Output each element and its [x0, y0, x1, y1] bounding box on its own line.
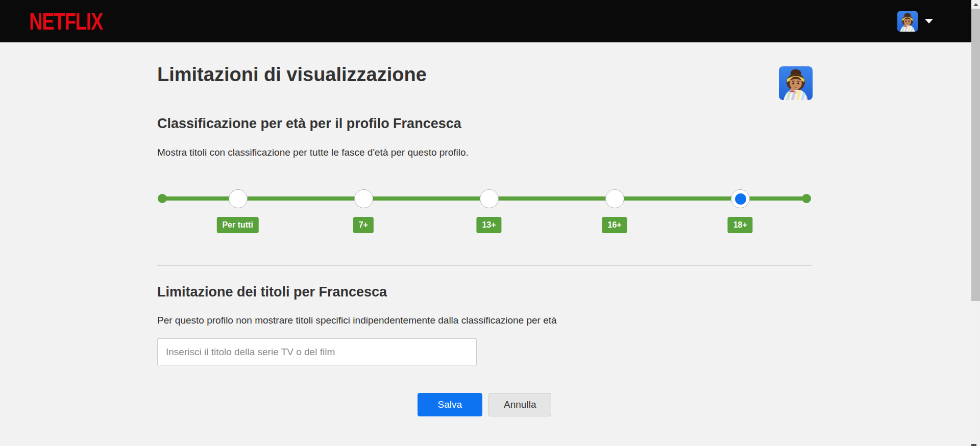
slider-stop-18+[interactable] [731, 189, 750, 208]
scrollbar-thumb[interactable] [971, 9, 980, 301]
slider-selected-dot [735, 193, 746, 205]
cancel-button[interactable]: Annulla [488, 393, 551, 416]
rating-badge-per-tutti: Per tutti [216, 217, 258, 233]
action-buttons-row: Salva Annulla [157, 393, 812, 416]
scrollbar-up-button[interactable] [971, 0, 980, 9]
slider-dot [483, 193, 495, 205]
chevron-down-icon[interactable] [925, 19, 933, 23]
slider-stop-16+[interactable] [605, 189, 624, 208]
slider-dot [609, 193, 621, 205]
maturity-section-description: Mostra titoli con classificazione per tu… [157, 147, 469, 158]
scrollbar-bottom-notch [971, 444, 976, 446]
profile-avatar-icon[interactable] [897, 11, 918, 32]
maturity-section-heading: Classificazione per età per il profilo F… [157, 116, 461, 132]
account-menu[interactable] [897, 11, 933, 32]
rating-badge-13+: 13+ [476, 217, 501, 233]
slider-dot [358, 193, 369, 205]
viewing-restrictions-page: Limitazioni di visualizzazione Classific… [157, 42, 812, 446]
slider-rail-end-dot [802, 194, 811, 203]
rating-badge-7+: 7+ [353, 217, 374, 233]
profile-avatar-image [779, 66, 813, 100]
title-search-input[interactable] [157, 338, 477, 365]
page-title: Limitazioni di visualizzazione [157, 64, 427, 86]
scroll-up-arrow-icon [973, 3, 978, 6]
slider-rail-start-dot [158, 194, 167, 203]
vertical-scrollbar[interactable] [971, 0, 980, 446]
title-restrictions-description: Per questo profilo non mostrare titoli s… [157, 315, 557, 326]
top-nav-bar: NETFLIX [0, 0, 971, 42]
section-divider [157, 265, 812, 266]
rating-badge-18+: 18+ [728, 217, 753, 233]
slider-stop-13+[interactable] [480, 189, 499, 208]
save-button[interactable]: Salva [418, 393, 483, 416]
slider-stop-7+[interactable] [354, 189, 373, 208]
slider-dot [232, 193, 243, 205]
slider-stop-per-tutti[interactable] [229, 189, 248, 208]
netflix-logo[interactable]: NETFLIX [29, 8, 103, 35]
title-restrictions-heading: Limitazione dei titoli per Francesca [157, 284, 387, 300]
rating-badge-16+: 16+ [602, 217, 627, 233]
maturity-slider: Per tutti7+13+16+18+ [157, 180, 812, 249]
